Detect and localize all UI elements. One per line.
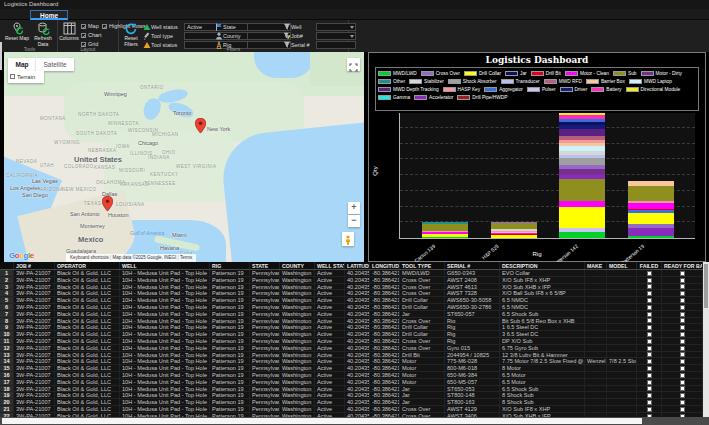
reset-filters-button[interactable]: Reset Filters <box>120 22 142 47</box>
ready-backload-checkbox[interactable] <box>680 373 685 378</box>
failed-checkbox[interactable] <box>647 291 652 296</box>
ready-backload-checkbox[interactable] <box>680 359 685 364</box>
tab-home[interactable]: Home <box>30 10 68 20</box>
ready-backload-checkbox[interactable] <box>680 278 685 283</box>
legend-swatch <box>448 79 461 84</box>
vertical-scrollbar-thumb[interactable] <box>704 264 708 308</box>
table-cell: Drill Collar <box>400 297 445 303</box>
failed-checkbox[interactable] <box>647 380 652 385</box>
ready-backload-checkbox[interactable] <box>680 325 685 330</box>
failed-checkbox[interactable] <box>647 298 652 303</box>
map-type-map-button[interactable]: Map <box>8 58 36 71</box>
legend-item: Drill Pipe/HWDP <box>457 93 507 101</box>
ready-backload-checkbox[interactable] <box>680 339 685 344</box>
failed-checkbox[interactable] <box>647 373 652 378</box>
columns-button[interactable]: Columns <box>58 22 80 42</box>
keyboard-shortcuts-link[interactable]: Keyboard shortcuts <box>70 255 109 260</box>
table-cell: X/O Ball Sub IF8 x 6 5/8P <box>500 290 585 296</box>
map-marker[interactable] <box>102 196 113 212</box>
legend-item: MWD Depth Tracking <box>378 85 439 93</box>
failed-checkbox[interactable] <box>647 386 652 391</box>
table-cell: 3W-PA-21007 <box>14 304 55 310</box>
checkbox-chart-box[interactable]: ✓ <box>81 33 86 38</box>
ready-backload-checkbox[interactable] <box>680 312 685 317</box>
filter-field-state: State <box>215 23 291 31</box>
table-cell: 10H - Medusa Unit Pad - Top Hole <box>120 352 210 358</box>
failed-checkbox[interactable] <box>647 366 652 371</box>
ready-backload-checkbox[interactable] <box>680 332 685 337</box>
ready-backload-checkbox[interactable] <box>680 291 685 296</box>
ready-backload-checkbox[interactable] <box>680 318 685 323</box>
failed-cell <box>637 386 662 392</box>
failed-checkbox[interactable] <box>647 346 652 351</box>
table-cell <box>607 297 637 303</box>
horizontal-scrollbar-thumb[interactable] <box>2 418 642 424</box>
map-label-region: ARIZONA <box>40 187 64 192</box>
ready-backload-checkbox[interactable] <box>680 393 685 398</box>
terrain-checkbox-box[interactable] <box>10 74 15 79</box>
failed-checkbox[interactable] <box>647 305 652 310</box>
checkbox-map[interactable]: ✓Map <box>81 23 99 30</box>
checkbox-map-box[interactable]: ✓ <box>81 24 86 29</box>
map-label-city: Los Angeles <box>10 185 40 191</box>
failed-checkbox[interactable] <box>647 393 652 398</box>
map-terrain-checkbox[interactable]: Terrain <box>8 71 44 83</box>
ready-backload-checkbox[interactable] <box>680 407 685 412</box>
ready-backload-checkbox[interactable] <box>680 284 685 289</box>
ready-backload-cell <box>662 324 703 330</box>
map-marker[interactable] <box>195 118 206 134</box>
legend-label: Pulser <box>542 87 556 92</box>
failed-checkbox[interactable] <box>647 400 652 405</box>
table-cell: -80.386421 <box>370 324 400 330</box>
failed-checkbox[interactable] <box>647 318 652 323</box>
failed-checkbox[interactable] <box>647 271 652 276</box>
failed-cell <box>637 352 662 358</box>
table-cell: Pennsylvania <box>250 338 280 344</box>
failed-checkbox[interactable] <box>647 339 652 344</box>
map-terms-link[interactable]: Terms <box>180 255 192 260</box>
failed-checkbox[interactable] <box>647 407 652 412</box>
checkbox-chart[interactable]: ✓Chart <box>81 32 101 39</box>
map-zoom-in-button[interactable]: + <box>348 202 360 214</box>
ready-backload-checkbox[interactable] <box>680 346 685 351</box>
ready-backload-checkbox[interactable] <box>680 352 685 357</box>
map-fullscreen-button[interactable] <box>347 58 360 71</box>
checkbox-highlight-rows-box[interactable]: ✓ <box>102 24 107 29</box>
map-type-satellite-button[interactable]: Satellite <box>36 58 74 71</box>
map-panel[interactable]: WinnipegONTARIOTorontoNew YorkNORTH DAKO… <box>4 52 364 262</box>
table-cell <box>585 331 607 337</box>
failed-checkbox[interactable] <box>647 278 652 283</box>
table-cell: Patterson 19 <box>210 406 250 412</box>
horizontal-scrollbar[interactable] <box>0 417 709 425</box>
failed-checkbox[interactable] <box>647 284 652 289</box>
ready-backload-checkbox[interactable] <box>680 305 685 310</box>
ready-backload-checkbox[interactable] <box>680 366 685 371</box>
map-pegman-button[interactable] <box>342 232 354 246</box>
refresh-data-button[interactable]: Refresh Data <box>30 22 56 47</box>
vertical-scrollbar[interactable] <box>703 262 709 417</box>
filter-select-well[interactable] <box>316 23 356 31</box>
table-cell: -80.386421 <box>370 297 400 303</box>
table-cell: Washington <box>280 365 315 371</box>
table-cell: 40.204353 <box>345 345 370 351</box>
filter-select-job-[interactable] <box>316 32 356 40</box>
ready-backload-cell <box>662 365 703 371</box>
reset-map-button[interactable]: Reset Map <box>4 22 30 42</box>
failed-checkbox[interactable] <box>647 332 652 337</box>
table-cell: Pennsylvania <box>250 406 280 412</box>
ready-backload-checkbox[interactable] <box>680 400 685 405</box>
failed-checkbox[interactable] <box>647 359 652 364</box>
legend-label: Sub <box>628 71 637 76</box>
table-cell: Active <box>315 338 345 344</box>
failed-checkbox[interactable] <box>647 325 652 330</box>
map-zoom-out-button[interactable]: − <box>348 215 360 227</box>
ready-backload-checkbox[interactable] <box>680 271 685 276</box>
legend-swatch <box>641 71 654 76</box>
failed-checkbox[interactable] <box>647 312 652 317</box>
legend-label: MWD Laptop <box>644 79 672 84</box>
ready-backload-checkbox[interactable] <box>680 380 685 385</box>
ready-backload-checkbox[interactable] <box>680 298 685 303</box>
table-cell: Pennsylvania <box>250 331 280 337</box>
failed-checkbox[interactable] <box>647 352 652 357</box>
ready-backload-checkbox[interactable] <box>680 386 685 391</box>
